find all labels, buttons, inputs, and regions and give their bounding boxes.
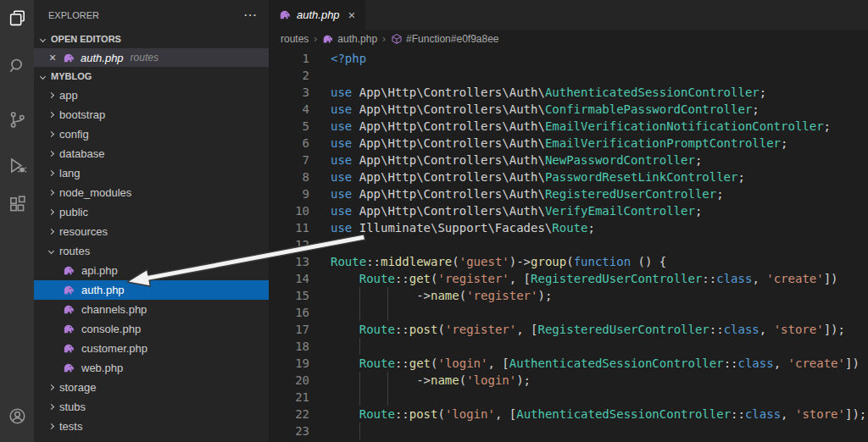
tree-item-stubs[interactable]: stubs [34, 397, 269, 417]
code-line-8[interactable]: 8use App\Http\Controllers\Auth\PasswordR… [269, 169, 868, 185]
indent-guide [387, 372, 388, 389]
code-line-text: Route::post('login', [AuthenticatedSessi… [331, 406, 868, 423]
tree-item-resources[interactable]: resources [34, 222, 269, 241]
tree-item-public[interactable]: public [34, 202, 269, 222]
code-line-text: <?php [331, 50, 868, 67]
code-line-2[interactable]: 2 [269, 67, 868, 84]
code-line-text: use App\Http\Controllers\Auth\NewPasswor… [331, 152, 868, 169]
tab-close-icon[interactable]: × [348, 8, 356, 22]
code-line-20[interactable]: 20 ->name('login'); [269, 372, 868, 389]
symbol-method-icon [391, 33, 403, 45]
code-line-16[interactable]: 16 [269, 304, 868, 321]
search-icon[interactable] [0, 51, 34, 80]
line-number: 9 [269, 185, 309, 202]
tab-label: auth.php [297, 8, 340, 21]
code-line-3[interactable]: 3use App\Http\Controllers\Auth\Authentic… [269, 84, 868, 101]
code-line-4[interactable]: 4use App\Http\Controllers\Auth\Confirmab… [269, 101, 868, 118]
code-line-13[interactable]: 13Route::middleware('guest')->group(func… [269, 253, 868, 270]
tree-item-web.php[interactable]: web.php [34, 358, 269, 378]
extensions-icon[interactable] [0, 190, 34, 218]
tree-item-database[interactable]: database [34, 144, 269, 163]
code-line-5[interactable]: 5use App\Http\Controllers\Auth\EmailVeri… [269, 118, 868, 135]
tree-item-label: storage [59, 381, 96, 394]
tree-item-config[interactable]: config [34, 124, 269, 144]
tree-item-lang[interactable]: lang [34, 163, 269, 183]
indent-guide [359, 338, 360, 355]
code-line-1[interactable]: 1<?php [269, 50, 868, 67]
tree-item-tests[interactable]: tests [34, 417, 269, 436]
tree-item-api.php[interactable]: api.php [34, 261, 269, 280]
tree-item-app[interactable]: app [34, 86, 269, 105]
tree-item-bootstrap[interactable]: bootstrap [34, 105, 269, 124]
code-line-10[interactable]: 10use App\Http\Controllers\Auth\VerifyEm… [269, 202, 868, 219]
code-line-text [331, 338, 868, 355]
code-line-21[interactable]: 21 [269, 389, 868, 406]
indent-guide [387, 304, 388, 321]
file-tree: appbootstrapconfigdatabaselangnode_modul… [34, 86, 269, 436]
line-number: 17 [269, 321, 309, 338]
line-number: 3 [269, 84, 309, 101]
code-line-15[interactable]: 15 ->name('register'); [269, 287, 868, 304]
tree-item-storage[interactable]: storage [34, 378, 269, 397]
code-line-23[interactable]: 23 [269, 423, 868, 439]
close-editor-icon[interactable]: × [46, 51, 59, 64]
code-line-6[interactable]: 6use App\Http\Controllers\Auth\EmailVeri… [269, 135, 868, 152]
code-line-17[interactable]: 17 Route::post('register', [RegisteredUs… [269, 321, 868, 338]
code-line-text: ->name('login'); [331, 372, 868, 389]
chevron-right-icon [48, 170, 54, 176]
tree-item-label: tests [59, 420, 82, 433]
chevron-right-icon [48, 209, 54, 215]
php-file-icon [63, 303, 75, 316]
tree-item-label: app [59, 89, 78, 102]
breadcrumb-item-1[interactable]: routes [281, 33, 309, 45]
tree-item-customer.php[interactable]: customer.php [34, 339, 269, 358]
workspace-header[interactable]: MYBLOG [34, 67, 269, 86]
chevron-down-icon [48, 248, 54, 254]
tree-item-auth.php[interactable]: auth.php [34, 280, 269, 300]
php-file-icon [63, 52, 75, 64]
code-line-18[interactable]: 18 [269, 338, 868, 355]
code-line-22[interactable]: 22 Route::post('login', [AuthenticatedSe… [269, 406, 868, 423]
code-line-12[interactable]: 12 [269, 236, 868, 253]
tree-item-label: auth.php [81, 284, 125, 296]
code-line-14[interactable]: 14 Route::get('register', [RegisteredUse… [269, 270, 868, 287]
line-number: 5 [269, 118, 309, 135]
breadcrumb-item-3[interactable]: #Function#e0f9a8ee [391, 33, 498, 45]
open-editor-item-auth-php[interactable]: × auth.php routes [34, 48, 269, 67]
breadcrumb-item-2[interactable]: auth.php [322, 33, 377, 45]
indent-guide [359, 372, 360, 389]
php-icon [322, 33, 334, 45]
indent-guide [387, 389, 388, 406]
open-editors-header[interactable]: OPEN EDITORS [34, 30, 269, 48]
code-line-11[interactable]: 11use Illuminate\Support\Facades\Route; [269, 219, 868, 236]
code-line-9[interactable]: 9use App\Http\Controllers\Auth\Registere… [269, 185, 868, 202]
activity-bar [0, 0, 34, 442]
more-actions-icon[interactable]: ⋯ [243, 7, 257, 23]
tree-item-label: routes [59, 245, 90, 257]
line-number: 19 [269, 355, 309, 372]
tree-item-routes[interactable]: routes [34, 241, 269, 261]
tree-item-label: config [59, 128, 89, 141]
run-debug-icon[interactable] [0, 151, 34, 180]
code-editor[interactable]: 1<?php23use App\Http\Controllers\Auth\Au… [269, 48, 868, 442]
code-line-text: use Illuminate\Support\Facades\Route; [331, 219, 868, 236]
code-line-text: use App\Http\Controllers\Auth\PasswordRe… [331, 169, 868, 185]
line-number: 4 [269, 101, 309, 118]
breadcrumb-separator: › [314, 33, 317, 45]
tree-item-node_modules[interactable]: node_modules [34, 183, 269, 202]
source-control-icon[interactable] [0, 105, 34, 134]
tree-item-console.php[interactable]: console.php [34, 319, 269, 339]
code-line-19[interactable]: 19 Route::get('login', [AuthenticatedSes… [269, 355, 868, 372]
account-icon[interactable] [0, 401, 34, 430]
tree-item-label: database [59, 147, 105, 160]
chevron-right-icon [48, 92, 54, 98]
tree-item-label: stubs [59, 401, 86, 413]
tree-item-channels.php[interactable]: channels.php [34, 300, 269, 319]
line-number: 12 [269, 236, 309, 253]
tab-auth-php[interactable]: auth.php × [269, 0, 365, 30]
php-file-icon [63, 284, 75, 296]
code-line-text: use App\Http\Controllers\Auth\Confirmabl… [331, 101, 868, 118]
explorer-icon[interactable] [0, 3, 34, 32]
tree-item-label: lang [59, 167, 81, 180]
code-line-7[interactable]: 7use App\Http\Controllers\Auth\NewPasswo… [269, 152, 868, 169]
